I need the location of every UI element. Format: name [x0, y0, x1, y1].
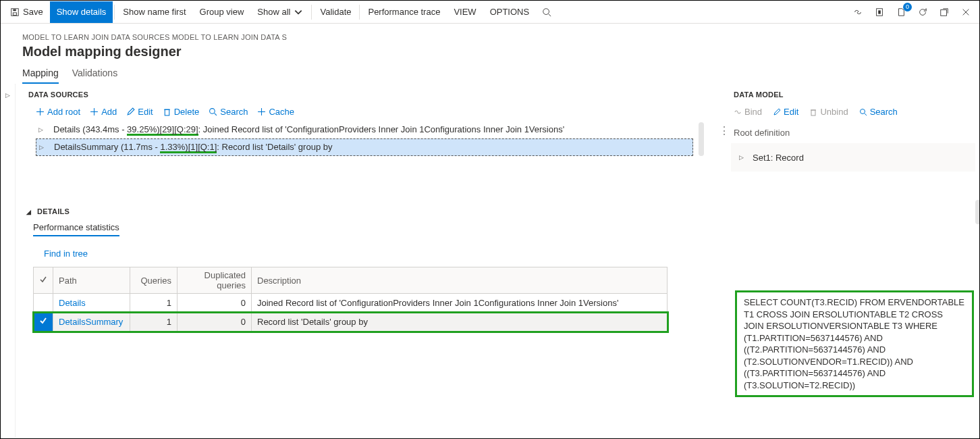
- link-icon: [734, 108, 742, 116]
- link-icon-button[interactable]: [847, 1, 869, 23]
- scrollbar[interactable]: [975, 200, 980, 224]
- delete-button[interactable]: Delete: [163, 107, 200, 117]
- dm-tree-row[interactable]: Set1: Record: [736, 150, 970, 165]
- office-icon: [875, 7, 884, 17]
- cache-button[interactable]: Cache: [257, 107, 294, 117]
- svg-rect-20: [811, 110, 815, 115]
- root-definition-label: Root definition: [730, 121, 975, 143]
- separator: [114, 5, 115, 20]
- check-icon: [39, 276, 47, 284]
- save-button[interactable]: Save: [3, 1, 50, 23]
- path-link[interactable]: DetailsSummary: [53, 313, 130, 332]
- link-icon: [853, 7, 863, 17]
- data-model-tree: Set1: Record: [731, 143, 975, 172]
- tab-performance-statistics[interactable]: Performance statistics: [33, 220, 119, 236]
- svg-rect-2: [13, 9, 16, 11]
- options-menu[interactable]: OPTIONS: [483, 1, 537, 23]
- data-model-toolbar: Bind Edit Unbind Search: [730, 103, 975, 121]
- close-button[interactable]: [955, 1, 977, 23]
- path-link[interactable]: Details: [53, 294, 130, 313]
- validate-button[interactable]: Validate: [313, 1, 358, 23]
- edit-button[interactable]: Edit: [126, 107, 153, 117]
- chevron-right-icon: [36, 144, 46, 151]
- show-all-dropdown[interactable]: Show all: [250, 1, 310, 23]
- svg-line-17: [215, 113, 217, 115]
- data-model-panel: ⋮ DATA MODEL Bind Edit Unbind Search Roo…: [730, 84, 979, 437]
- performance-table: Path Queries Duplicated queries Descript…: [33, 267, 668, 332]
- chevron-down-icon: [294, 7, 303, 17]
- check-icon: [39, 317, 47, 325]
- col-desc[interactable]: Description: [252, 267, 668, 294]
- svg-rect-6: [878, 10, 881, 14]
- show-name-first-button[interactable]: Show name first: [116, 1, 192, 23]
- svg-point-16: [210, 109, 215, 114]
- tab-mapping[interactable]: Mapping: [22, 65, 59, 84]
- pencil-icon: [773, 108, 781, 116]
- search-button[interactable]: Search: [209, 107, 248, 117]
- details-header[interactable]: DETAILS: [24, 201, 730, 220]
- col-queries[interactable]: Queries: [130, 267, 178, 294]
- group-view-button[interactable]: Group view: [193, 1, 251, 23]
- save-label: Save: [23, 7, 43, 17]
- popout-icon: [940, 7, 949, 17]
- svg-point-22: [860, 109, 865, 113]
- tree-label: DetailsSummary (11.7ms - 1.33%)[1][Q:1]:…: [54, 142, 332, 153]
- caret-down-icon: [24, 209, 34, 215]
- search-icon: [209, 107, 217, 116]
- show-details-label: Show details: [57, 7, 107, 17]
- scrollbar[interactable]: [699, 122, 704, 156]
- left-expander[interactable]: [1, 84, 16, 437]
- tree-row-details[interactable]: Details (343.4ms - 39.25%)[29][Q:29]: Jo…: [36, 121, 730, 138]
- svg-rect-14: [165, 109, 169, 115]
- bind-button[interactable]: Bind: [734, 107, 762, 117]
- data-sources-tree: Details (343.4ms - 39.25%)[29][Q:29]: Jo…: [16, 121, 730, 156]
- svg-line-4: [549, 14, 551, 16]
- pencil-icon: [126, 107, 135, 116]
- performance-trace-button[interactable]: Performance trace: [361, 1, 447, 23]
- save-icon: [10, 7, 20, 17]
- svg-point-3: [543, 8, 549, 14]
- col-check[interactable]: [34, 267, 53, 294]
- add-button[interactable]: Add: [90, 107, 117, 117]
- breadcrumb: MODEL TO LEARN JOIN DATA SOURCES MODEL T…: [1, 24, 979, 44]
- view-menu[interactable]: VIEW: [447, 1, 483, 23]
- notifications-button[interactable]: 0: [890, 1, 912, 23]
- table-row[interactable]: Details 1 0 Joined Record list of 'Confi…: [34, 294, 668, 313]
- page-title: Model mapping designer: [1, 44, 979, 65]
- svg-line-23: [865, 113, 867, 115]
- app-toolbar: Save Show details Show name first Group …: [1, 1, 979, 24]
- trash-icon: [163, 107, 171, 116]
- close-icon: [961, 7, 971, 17]
- chevron-right-icon: [36, 126, 45, 133]
- refresh-button[interactable]: [912, 1, 933, 23]
- svg-rect-7: [941, 9, 947, 16]
- tree-row-details-summary[interactable]: DetailsSummary (11.7ms - 1.33%)[1][Q:1]:…: [36, 138, 693, 156]
- search-button[interactable]: Search: [859, 107, 898, 117]
- search-icon: [859, 108, 867, 116]
- svg-rect-1: [13, 12, 16, 15]
- search-icon: [542, 7, 551, 17]
- top-tabs: Mapping Validations: [1, 65, 979, 84]
- find-in-tree-link[interactable]: Find in tree: [24, 236, 730, 267]
- chevron-right-icon: [736, 154, 746, 161]
- refresh-icon: [918, 7, 927, 17]
- edit-button[interactable]: Edit: [773, 107, 798, 117]
- toolbar-search-button[interactable]: [536, 1, 557, 23]
- popout-button[interactable]: [933, 1, 955, 23]
- plus-icon: [36, 107, 45, 116]
- dm-tree-label: Set1: Record: [753, 153, 804, 163]
- add-root-button[interactable]: Add root: [36, 107, 80, 117]
- data-model-header: DATA MODEL: [730, 84, 975, 103]
- table-row-selected[interactable]: DetailsSummary 1 0 Record list 'Details'…: [34, 313, 668, 332]
- separator: [359, 5, 360, 20]
- unbind-button[interactable]: Unbind: [809, 107, 848, 117]
- tree-label: Details (343.4ms - 39.25%)[29][Q:29]: Jo…: [53, 124, 564, 136]
- show-details-button[interactable]: Show details: [50, 1, 113, 23]
- splitter-handle[interactable]: ⋮: [719, 124, 728, 137]
- office-icon-button[interactable]: [869, 1, 890, 23]
- tab-validations[interactable]: Validations: [72, 65, 117, 84]
- col-path[interactable]: Path: [53, 267, 130, 294]
- plus-icon: [257, 107, 266, 116]
- sql-preview: SELECT COUNT(T3.RECID) FROM ERVENDORTABL…: [735, 290, 974, 397]
- col-dup[interactable]: Duplicated queries: [178, 267, 252, 294]
